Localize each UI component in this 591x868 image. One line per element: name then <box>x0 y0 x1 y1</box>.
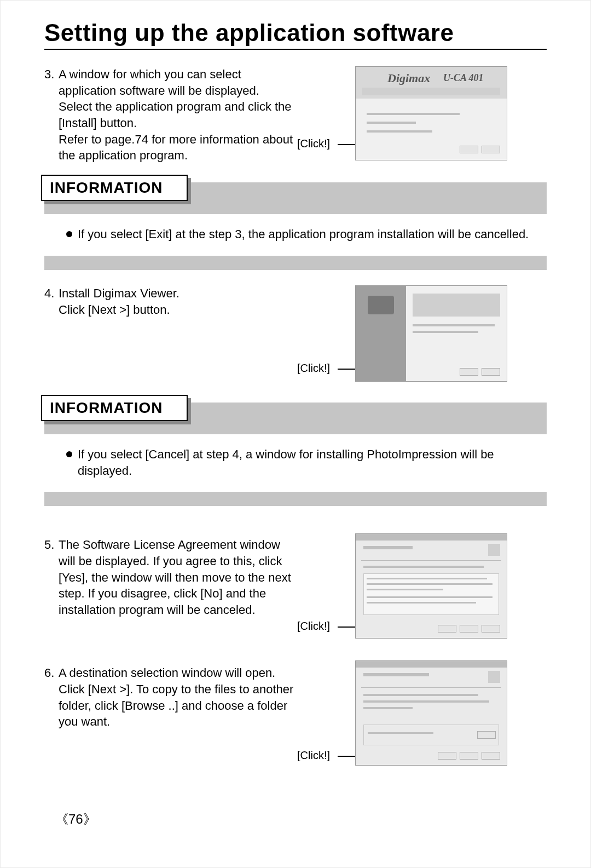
click-label: [Click!] <box>297 137 330 150</box>
step-text-b: Refer to page.74 for more information ab… <box>59 133 293 163</box>
info-text: If you select [Cancel] at step 4, a wind… <box>78 446 536 479</box>
step-figure-area: [Click!] <box>294 537 547 641</box>
info-badge: INFORMATION <box>41 395 188 421</box>
thumb-button <box>438 752 456 760</box>
thumb-line <box>367 583 493 585</box>
thumb-line <box>367 113 460 115</box>
thumb-line <box>363 546 413 549</box>
step-4: 4. Install Digimax Viewer. Click [Next >… <box>44 285 547 384</box>
thumb-button <box>438 625 456 633</box>
thumb-button <box>460 146 478 153</box>
thumb-line <box>367 596 493 598</box>
thumb-stripe <box>362 88 500 95</box>
bullet-icon <box>66 231 72 237</box>
thumb-line <box>363 700 489 703</box>
thumb-line <box>413 331 478 333</box>
information-box-2: INFORMATION If you select [Cancel] at st… <box>44 403 547 506</box>
thumb-corner-icon <box>488 671 500 683</box>
step-number: 3. <box>44 66 59 83</box>
thumbnail-destination-folder <box>355 660 507 766</box>
info-body: If you select [Cancel] at step 4, a wind… <box>44 434 547 506</box>
step-6: 6. A destination selection window will o… <box>44 665 547 769</box>
info-body: If you select [Exit] at the step 3, the … <box>44 214 547 270</box>
info-badge-label: INFORMATION <box>41 395 188 421</box>
click-label: [Click!] <box>297 749 330 762</box>
page-title: Setting up the application software <box>44 19 547 50</box>
step-text: A window for which you can select applic… <box>59 66 294 164</box>
step-figure-area: [Click!] Digimax U-CA 401 <box>294 66 547 154</box>
click-label: [Click!] <box>297 362 330 375</box>
thumb-line <box>363 673 429 676</box>
thumb-line <box>363 566 484 568</box>
thumb-button <box>460 368 478 376</box>
thumb-line <box>413 324 495 326</box>
step-text-a: A window for which you can select applic… <box>59 67 292 130</box>
thumb-line <box>363 707 413 709</box>
step-text-a: Install Digimax Viewer. <box>59 286 179 300</box>
thumb-line <box>367 602 476 603</box>
thumbnail-license-agreement <box>355 533 507 639</box>
thumb-button <box>460 752 478 760</box>
step-text-b: Click [Next >] button. <box>59 303 170 317</box>
thumb-line <box>367 578 487 579</box>
step-text-b: If you disagree, click [No] and the inst… <box>59 587 266 617</box>
thumb-line <box>367 122 416 124</box>
info-banner: INFORMATION <box>44 182 547 214</box>
bullet-icon <box>66 451 72 457</box>
information-box-1: INFORMATION If you select [Exit] at the … <box>44 182 547 270</box>
thumb-text-block <box>413 294 500 317</box>
step-text: A destination selection window will open… <box>59 665 294 730</box>
thumb-corner-icon <box>488 544 500 556</box>
step-5: 5. The Software License Agreement window… <box>44 537 547 641</box>
page: Setting up the application software 3. A… <box>0 0 591 868</box>
thumb-camera-icon <box>368 296 394 314</box>
page-number: 《76》 <box>55 810 96 828</box>
step-figure-area: [Click!] <box>294 285 547 384</box>
info-banner: INFORMATION <box>44 403 547 434</box>
step-text: Install Digimax Viewer. Click [Next >] b… <box>59 285 294 318</box>
thumb-sep <box>361 687 501 688</box>
step-text: The Software License Agreement window wi… <box>59 537 294 618</box>
thumb-line <box>363 694 478 696</box>
thumb-titlebar <box>356 534 507 541</box>
info-bullet-line: If you select [Cancel] at step 4, a wind… <box>66 446 536 479</box>
thumb-button <box>482 752 500 760</box>
step-figure-area: [Click!] <box>294 665 547 769</box>
thumb-textarea <box>363 573 499 615</box>
thumb-line <box>368 732 433 734</box>
thumb-button <box>460 625 478 633</box>
thumb-line <box>367 130 432 133</box>
thumb-brand: Digimax <box>387 71 430 85</box>
click-label: [Click!] <box>297 620 330 633</box>
thumb-sep <box>361 560 501 561</box>
step-number: 5. <box>44 537 59 553</box>
info-badge-label: INFORMATION <box>41 175 188 201</box>
thumb-button <box>482 368 500 376</box>
thumb-titlebar <box>356 661 507 668</box>
thumb-model: U-CA 401 <box>443 72 484 84</box>
thumb-button-browse <box>477 731 496 739</box>
step-text-a: A destination selection window will open… <box>59 666 293 728</box>
thumb-button <box>482 625 500 633</box>
step-number: 6. <box>44 665 59 681</box>
step-3: 3. A window for which you can select app… <box>44 66 547 164</box>
info-badge: INFORMATION <box>41 175 188 201</box>
step-number: 4. <box>44 285 59 302</box>
thumbnail-installer-select: Digimax U-CA 401 <box>355 66 507 160</box>
thumb-line <box>367 589 443 590</box>
info-text: If you select [Exit] at the step 3, the … <box>78 226 529 243</box>
thumb-button <box>482 146 500 153</box>
thumbnail-digimax-viewer <box>355 285 507 382</box>
info-bullet-line: If you select [Exit] at the step 3, the … <box>66 226 536 243</box>
page-inner: Setting up the application software 3. A… <box>17 14 574 846</box>
